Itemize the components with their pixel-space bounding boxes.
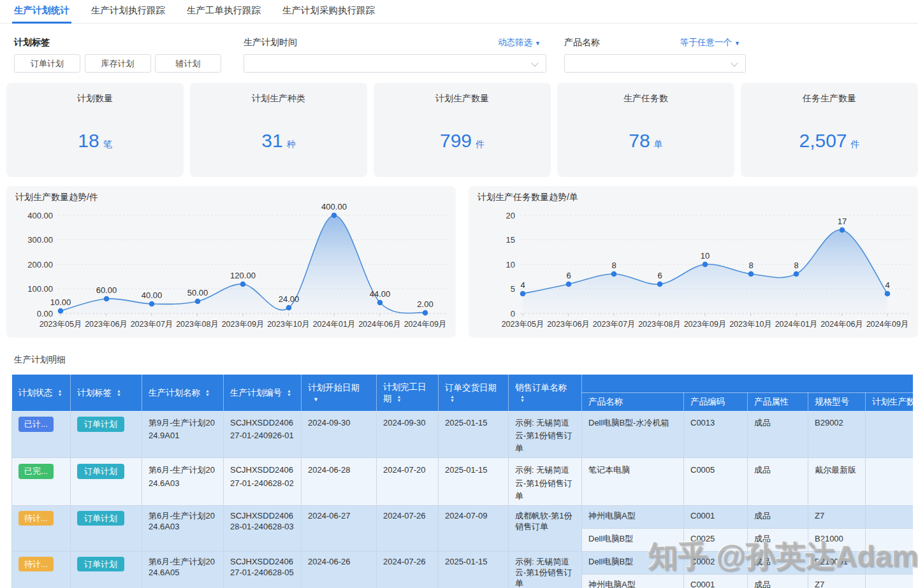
- plan-detail-table-wrap[interactable]: 计划状态▲▼计划标签▲▼生产计划名称▲▼生产计划编号▲▼计划开始日期▼计划完工日…: [11, 375, 913, 588]
- status-cell: 待计...: [12, 551, 71, 588]
- col-header-label: 生产计划编号: [230, 388, 282, 398]
- col-header-label: 计划标签: [77, 388, 112, 398]
- sub-col-header-2[interactable]: 产品属性: [748, 392, 808, 411]
- data-point-label: 400.00: [321, 202, 347, 212]
- kpi-value: 799件: [374, 130, 551, 152]
- sub-col-header-3[interactable]: 规格型号: [808, 392, 866, 411]
- x-tick-label: 2023年06月: [85, 320, 127, 329]
- delivery-date-cell: 2024-07-09: [439, 505, 509, 551]
- planned-task-trend-chart: 计划生产任务数量趋势/单051015202023年05月2023年06月2023…: [469, 186, 918, 338]
- data-point: [377, 300, 383, 306]
- kpi-number: 2,507: [799, 130, 847, 151]
- data-point-label: 2.00: [417, 299, 433, 309]
- status-cell: 已计...: [12, 411, 71, 458]
- col-header-3[interactable]: 生产计划编号▲▼: [224, 375, 302, 411]
- finish-date-cell: 2024-09-30: [377, 411, 439, 458]
- data-point: [840, 227, 845, 233]
- delivery-date-cell: 2025-01-15: [439, 551, 509, 588]
- sort-down-icon: ▼: [520, 399, 525, 403]
- chart-title: 计划生产数量趋势/件: [15, 192, 98, 202]
- sub-col-header-1[interactable]: 产品编码: [684, 392, 748, 411]
- data-point: [58, 308, 64, 314]
- status-badge: 待计...: [18, 557, 54, 572]
- status-cell: 已完...: [12, 458, 71, 505]
- product-name-select[interactable]: [564, 54, 746, 73]
- data-point-label: 120.00: [230, 271, 256, 280]
- col-header-2[interactable]: 生产计划名称▲▼: [142, 375, 224, 411]
- sort-down-icon: ▼: [58, 393, 62, 397]
- table-row[interactable]: 待计...订单计划第6月-生产计划2024.6A03SCJHXSDD240628…: [12, 505, 914, 528]
- x-tick-label: 2023年08月: [638, 320, 681, 329]
- data-point-label: 60.00: [96, 285, 117, 295]
- plan-code-cell: SCJHXSDD240628-01-240628-03: [224, 505, 302, 551]
- product-code-cell: C0025: [684, 528, 748, 551]
- plan-tag-badge: 订单计划: [77, 511, 124, 526]
- sort-desc-icon[interactable]: ▼: [313, 396, 319, 403]
- finish-date-cell: 2024-07-26: [377, 551, 439, 588]
- data-point: [566, 282, 572, 287]
- plan-qty-cell: [866, 551, 914, 574]
- y-tick-label: 10: [506, 260, 515, 269]
- kpi-card-1: 计划生产种类31种: [190, 83, 367, 177]
- sub-col-header-0[interactable]: 产品名称: [582, 392, 684, 411]
- col-header-0[interactable]: 计划状态▲▼: [12, 375, 71, 411]
- data-point-label: 4: [520, 280, 525, 290]
- col-header-4[interactable]: 计划开始日期▼: [302, 375, 377, 411]
- sub-col-header-4[interactable]: 计划生产数: [866, 392, 914, 411]
- col-header-7[interactable]: 销售订单名称▲▼: [509, 375, 582, 411]
- sort-icon[interactable]: ▲▼: [287, 389, 291, 397]
- tab-3[interactable]: 生产计划采购执行跟踪: [282, 0, 375, 23]
- time-filter-mode-link[interactable]: 动态筛选▼: [498, 37, 541, 48]
- area-fill: [523, 230, 887, 313]
- sort-icon[interactable]: ▲▼: [450, 395, 455, 403]
- plan-tag-button-2[interactable]: 辅计划: [155, 54, 221, 73]
- product-filter-mode-link[interactable]: 等于任意一个▼: [680, 37, 740, 48]
- product-name-cell: 神州电脑A型: [582, 505, 684, 528]
- x-tick-label: 2023年05月: [502, 320, 544, 329]
- kpi-card-4: 任务生产数量2,507件: [741, 83, 918, 177]
- plan-tag-cell: 订单计划: [71, 411, 142, 458]
- product-name-cell: 笔记本电脑: [582, 458, 684, 505]
- plan-tag-button-0[interactable]: 订单计划: [14, 54, 80, 73]
- kpi-title: 生产任务数: [557, 93, 734, 104]
- kpi-unit: 笔: [103, 139, 112, 149]
- production-plan-dashboard: 生产计划统计生产计划执行跟踪生产工单执行跟踪生产计划采购执行跟踪 计划标签 订单…: [0, 0, 918, 588]
- plan-code-cell: SCJHXSDD240627-01-240628-05: [224, 551, 302, 588]
- data-point: [748, 271, 754, 277]
- product-spec-cell: 戴尔最新版: [808, 458, 866, 505]
- tab-1[interactable]: 生产计划执行跟踪: [91, 0, 165, 23]
- table-row[interactable]: 已计...订单计划第9月-生产计划2024.9A01SCJHXSDD240627…: [12, 411, 914, 458]
- table-row[interactable]: 已完...订单计划第6月-生产计划2024.6A03SCJHXSDD240627…: [12, 458, 914, 505]
- data-point-label: 4: [885, 280, 889, 290]
- tab-2[interactable]: 生产工单执行跟踪: [187, 0, 261, 23]
- y-tick-label: 15: [506, 235, 515, 245]
- sort-icon[interactable]: ▲▼: [205, 389, 210, 397]
- plan-tag-cell: 订单计划: [71, 551, 142, 588]
- sort-icon[interactable]: ▲▼: [117, 389, 121, 397]
- product-code-cell: C0013: [684, 411, 748, 458]
- col-header-6[interactable]: 订单交货日期▲▼: [439, 375, 509, 411]
- y-tick-label: 100.00: [27, 284, 53, 294]
- data-point-label: 8: [748, 261, 753, 270]
- kpi-unit: 单: [654, 139, 663, 149]
- tab-0[interactable]: 生产计划统计: [14, 0, 69, 23]
- product-spec-cell: B29002: [808, 411, 866, 458]
- kpi-title: 计划生产数量: [374, 93, 551, 104]
- product-attr-cell: 成品: [748, 505, 808, 528]
- sort-icon[interactable]: ▲▼: [397, 395, 402, 403]
- col-header-5[interactable]: 计划完工日期▲▼: [377, 375, 439, 411]
- data-point: [657, 282, 663, 287]
- sort-icon[interactable]: ▲▼: [520, 395, 525, 403]
- plan-tag-button-1[interactable]: 库存计划: [85, 54, 151, 73]
- product-attr-cell: 成品: [748, 551, 808, 574]
- status-cell: 待计...: [12, 505, 71, 551]
- product-attr-cell: 成品: [748, 458, 808, 505]
- table-row[interactable]: 待计...订单计划第6月-生产计划2024.6A05SCJHXSDD240627…: [12, 551, 914, 574]
- table-section-title: 生产计划明细: [14, 354, 66, 366]
- data-point: [611, 271, 617, 277]
- plan-time-select[interactable]: [244, 54, 546, 73]
- col-header-1[interactable]: 计划标签▲▼: [71, 375, 142, 411]
- plan-tag-cell: 订单计划: [71, 458, 142, 505]
- sort-icon[interactable]: ▲▼: [58, 389, 62, 397]
- y-tick-label: 20: [506, 211, 515, 220]
